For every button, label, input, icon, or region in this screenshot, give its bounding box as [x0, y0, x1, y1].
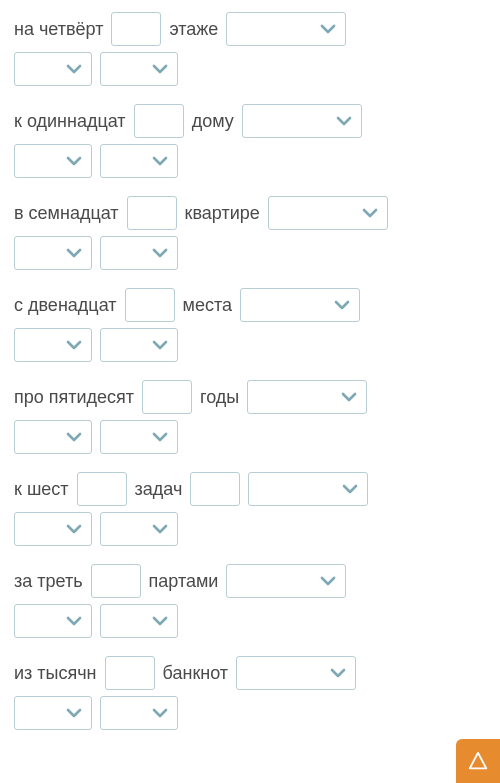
exercise-line: в семнадцатквартире — [14, 196, 486, 230]
blank-input[interactable] — [111, 12, 161, 46]
select-narrow[interactable] — [14, 604, 92, 638]
phrase-text: дому — [192, 111, 234, 132]
select-narrow[interactable] — [14, 328, 92, 362]
phrase-text: с двенадцат — [14, 295, 117, 316]
select-wide[interactable] — [268, 196, 388, 230]
select-narrow[interactable] — [14, 420, 92, 454]
chevron-down-icon — [65, 154, 83, 168]
select-narrow[interactable] — [100, 52, 178, 86]
select-narrow[interactable] — [14, 696, 92, 730]
exercise-line — [14, 420, 486, 454]
blank-input[interactable] — [91, 564, 141, 598]
phrase-text: годы — [200, 387, 239, 408]
select-wide[interactable] — [226, 564, 346, 598]
exercise-row: за третьпартами — [14, 564, 486, 638]
select-wide[interactable] — [242, 104, 362, 138]
phrase-text: из тысячн — [14, 663, 97, 684]
exercise-row: с двенадцатместа — [14, 288, 486, 362]
phrase-text: к одиннадцат — [14, 111, 126, 132]
chevron-down-icon — [65, 430, 83, 444]
chevron-down-icon — [151, 62, 169, 76]
exercise-line — [14, 604, 486, 638]
blank-input[interactable] — [127, 196, 177, 230]
select-narrow[interactable] — [14, 144, 92, 178]
select-narrow[interactable] — [100, 236, 178, 270]
blank-input[interactable] — [142, 380, 192, 414]
exercise-line — [14, 52, 486, 86]
exercise-line: из тысячнбанкнот — [14, 656, 486, 690]
select-narrow[interactable] — [100, 328, 178, 362]
chevron-down-icon — [151, 246, 169, 260]
chevron-down-icon — [151, 706, 169, 720]
chevron-down-icon — [65, 706, 83, 720]
select-wide[interactable] — [240, 288, 360, 322]
phrase-text: за треть — [14, 571, 83, 592]
select-narrow[interactable] — [14, 236, 92, 270]
exercise-line: к шестзадач — [14, 472, 486, 506]
chevron-down-icon — [151, 338, 169, 352]
phrase-text: задач — [135, 479, 183, 500]
chevron-down-icon — [151, 614, 169, 628]
blank-input[interactable] — [134, 104, 184, 138]
phrase-text: про пятидесят — [14, 387, 134, 408]
help-badge[interactable] — [456, 739, 500, 760]
chevron-down-icon — [65, 62, 83, 76]
exercise-line — [14, 144, 486, 178]
chevron-down-icon — [361, 206, 379, 220]
phrase-text: этаже — [169, 19, 218, 40]
exercise-row: про пятидесятгоды — [14, 380, 486, 454]
blank-input[interactable] — [190, 472, 240, 506]
phrase-text: в семнадцат — [14, 203, 119, 224]
chevron-down-icon — [335, 114, 353, 128]
blank-input[interactable] — [125, 288, 175, 322]
chevron-down-icon — [65, 614, 83, 628]
chevron-down-icon — [329, 666, 347, 680]
exercise-line — [14, 328, 486, 362]
chevron-down-icon — [151, 154, 169, 168]
chevron-down-icon — [65, 522, 83, 536]
select-narrow[interactable] — [100, 604, 178, 638]
select-wide[interactable] — [247, 380, 367, 414]
exercise-row: в семнадцатквартире — [14, 196, 486, 270]
exercise-line: к одиннадцатдому — [14, 104, 486, 138]
phrase-text: партами — [149, 571, 219, 592]
warning-icon — [467, 750, 489, 760]
phrase-text: банкнот — [163, 663, 229, 684]
select-narrow[interactable] — [14, 52, 92, 86]
exercise-line — [14, 236, 486, 270]
chevron-down-icon — [333, 298, 351, 312]
select-narrow[interactable] — [14, 512, 92, 546]
chevron-down-icon — [319, 574, 337, 588]
exercise-line — [14, 512, 486, 546]
phrase-text: на четвёрт — [14, 19, 103, 40]
select-narrow[interactable] — [100, 696, 178, 730]
chevron-down-icon — [65, 246, 83, 260]
exercise-row: на четвёртэтаже — [14, 12, 486, 86]
select-narrow[interactable] — [100, 144, 178, 178]
select-wide[interactable] — [236, 656, 356, 690]
chevron-down-icon — [65, 338, 83, 352]
phrase-text: места — [183, 295, 232, 316]
exercise-line: про пятидесятгоды — [14, 380, 486, 414]
exercise-row: к одиннадцатдому — [14, 104, 486, 178]
exercise-line: за третьпартами — [14, 564, 486, 598]
phrase-text: квартире — [185, 203, 260, 224]
blank-input[interactable] — [105, 656, 155, 690]
chevron-down-icon — [341, 482, 359, 496]
exercise-row: к шестзадач — [14, 472, 486, 546]
exercise-line — [14, 696, 486, 730]
chevron-down-icon — [319, 22, 337, 36]
select-narrow[interactable] — [100, 512, 178, 546]
exercise-line: с двенадцатместа — [14, 288, 486, 322]
chevron-down-icon — [340, 390, 358, 404]
select-narrow[interactable] — [100, 420, 178, 454]
exercise-row: из тысячнбанкнот — [14, 656, 486, 730]
chevron-down-icon — [151, 522, 169, 536]
select-wide[interactable] — [248, 472, 368, 506]
phrase-text: к шест — [14, 479, 69, 500]
exercise-line: на четвёртэтаже — [14, 12, 486, 46]
select-wide[interactable] — [226, 12, 346, 46]
blank-input[interactable] — [77, 472, 127, 506]
chevron-down-icon — [151, 430, 169, 444]
